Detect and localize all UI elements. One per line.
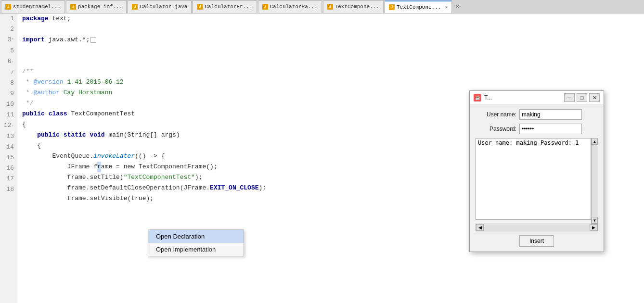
line-num-2: 2 [3, 24, 14, 35]
line-num-10: 10 [3, 99, 14, 110]
line-num-15: 15 [3, 152, 14, 163]
dialog-body: User name: Password: User name: making P… [470, 104, 604, 252]
dialog-window: ☕ T... ─ □ ✕ User name: Password: User n… [469, 90, 604, 252]
dialog-java-icon: ☕ [474, 94, 481, 101]
dialog-title-left: ☕ T... [474, 94, 492, 101]
scroll-v-track [592, 145, 598, 217]
tab-calculator-java[interactable]: J Calculator.java [128, 0, 192, 13]
line-num-9: 9 [3, 88, 14, 99]
dialog-title: T... [484, 94, 492, 101]
code-line-1: package text; [22, 13, 644, 24]
tab-icon-calculator-java: J [132, 4, 138, 10]
line-num-11: 11 [3, 110, 14, 120]
tab-icon-calculator-pa: J [262, 4, 268, 10]
tab-icon-studentnamel: J [5, 4, 11, 10]
line-numbers: 1 2 3* 5 6◦ 7 8 9 10 11 12◦ 13 14 15 16 … [0, 13, 17, 303]
tab-label-textcomponent-1: TextCompone... [335, 4, 379, 10]
tab-icon-textcomponent-2: J [389, 4, 395, 10]
tab-icon-calculator-fr: J [197, 4, 203, 10]
dialog-username-row: User name: [476, 109, 598, 120]
scroll-left-arrow[interactable]: ◀ [476, 224, 484, 231]
dialog-titlebar: ☕ T... ─ □ ✕ [470, 91, 604, 104]
tab-close-button[interactable]: ✕ [445, 4, 448, 10]
textarea-vertical-scrollbar[interactable]: ▲ ▼ [591, 138, 598, 224]
line-num-17: 17 [3, 174, 14, 184]
tab-textcomponent-2[interactable]: J TextCompone... ✕ [385, 0, 452, 13]
dialog-password-row: Password: [476, 124, 598, 134]
dialog-username-label: User name: [476, 111, 516, 118]
code-line-7: * @version 1.41 2015-06-12 [22, 77, 644, 88]
tab-label-calculator-java: Calculator.java [140, 4, 187, 10]
dialog-insert-row: Insert [476, 235, 598, 247]
line-num-3: 3* [3, 35, 14, 46]
tab-studentnamel[interactable]: J studentnamel... [1, 0, 65, 13]
tab-calculator-pa[interactable]: J CalculatorPa... [258, 0, 322, 13]
code-line-6: /** [22, 66, 644, 77]
line-num-16: 16 [3, 163, 14, 174]
dialog-maximize-button[interactable]: □ [577, 93, 587, 102]
tab-label-calculator-fr: CalculatorFr... [205, 4, 252, 10]
tab-bar: J studentnamel... J package-inf... J Cal… [0, 0, 644, 13]
tab-package-inf[interactable]: J package-inf... [66, 0, 127, 13]
tab-overflow[interactable]: » [453, 3, 463, 10]
scroll-h-track [484, 224, 590, 231]
dialog-password-input[interactable] [519, 124, 582, 134]
tab-icon-package-inf: J [70, 4, 76, 10]
dialog-output-textarea[interactable]: User name: making Password: 1 [476, 138, 591, 220]
dialog-username-input[interactable] [519, 109, 582, 120]
context-menu-open-implementation[interactable]: Open Implementation [148, 243, 244, 256]
dialog-textarea-wrapper: User name: making Password: 1 ▲ ▼ [476, 138, 598, 224]
line-num-8: 8 [3, 78, 14, 88]
dialog-close-button[interactable]: ✕ [589, 93, 600, 102]
context-menu: Open Declaration Open Implementation [148, 229, 244, 256]
tab-textcomponent-1[interactable]: J TextCompone... [323, 0, 384, 13]
line-num-13: 13 [3, 131, 14, 142]
line-num-7: 7 [3, 67, 14, 78]
code-line-5 [22, 56, 644, 66]
code-line-2 [22, 24, 644, 35]
code-line-4 [22, 45, 644, 56]
line-num-18: 18 [3, 184, 14, 195]
line-num-12: 12◦ [3, 120, 14, 131]
dialog-horizontal-scrollbar[interactable]: ◀ ▶ [476, 224, 598, 231]
tab-icon-textcomponent-1: J [327, 4, 333, 10]
code-line-3: import java.awt.*; [22, 35, 644, 45]
dialog-controls: ─ □ ✕ [564, 93, 600, 102]
tab-calculator-fr[interactable]: J CalculatorFr... [193, 0, 257, 13]
context-menu-open-declaration[interactable]: Open Declaration [148, 230, 244, 243]
scroll-up-arrow[interactable]: ▲ [592, 138, 598, 145]
dialog-minimize-button[interactable]: ─ [564, 93, 575, 102]
tab-label-textcomponent-2: TextCompone... [397, 4, 441, 10]
line-num-5: 5 [3, 46, 14, 56]
scroll-down-arrow[interactable]: ▼ [592, 217, 598, 224]
scroll-right-arrow[interactable]: ▶ [590, 224, 597, 231]
line-num-14: 14 [3, 142, 14, 152]
dialog-password-label: Password: [476, 126, 516, 132]
tab-label-studentnamel: studentnamel... [13, 4, 61, 10]
line-num-1: 1 [3, 13, 14, 24]
line-num-6: 6◦ [3, 56, 14, 67]
dialog-insert-button[interactable]: Insert [519, 235, 554, 247]
tab-label-package-inf: package-inf... [78, 4, 122, 10]
tab-label-calculator-pa: CalculatorPa... [270, 4, 318, 10]
